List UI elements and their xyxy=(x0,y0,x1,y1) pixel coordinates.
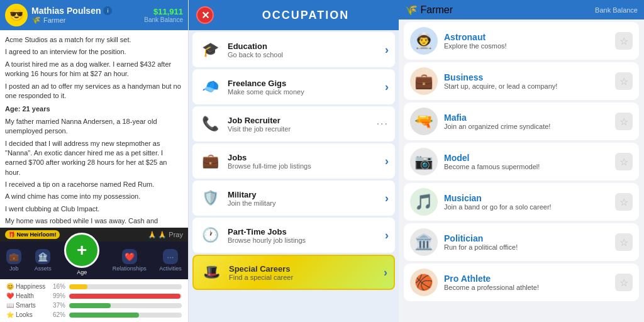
military-title: Military xyxy=(228,190,379,199)
occ-jobs[interactable]: 💼 Jobs Browse full-time job listings › xyxy=(192,143,395,179)
model-sub: Become a famous supermodel! xyxy=(444,163,609,170)
nav-activities-label: Activities xyxy=(159,265,182,272)
pray-button[interactable]: 🙏 🙏 Pray xyxy=(148,231,183,239)
activities-icon: ··· xyxy=(163,249,178,264)
politician-sub: Run for a political office! xyxy=(444,243,609,251)
age-heading: Age: 21 years xyxy=(5,104,183,114)
pro-athlete-title: Pro Athlete xyxy=(444,274,609,284)
bottom-nav: 💼 Job 🏦 Assets + Age ❤️ Relationships ··… xyxy=(0,242,188,279)
military-icon: 🛡️ xyxy=(199,187,221,209)
right-farmer-label: 🌾 Farmer xyxy=(405,4,453,16)
close-icon: ✕ xyxy=(201,9,209,21)
pray-icon: 🙏 xyxy=(148,231,157,239)
education-icon: 🎓 xyxy=(199,38,221,61)
looks-icon: ⭐ xyxy=(6,311,14,318)
recruiter-dots: ··· xyxy=(377,118,389,130)
jobs-sub: Browse full-time job listings xyxy=(228,162,379,170)
mafia-sub: Join an organized crime syndicate! xyxy=(444,123,609,130)
business-title: Business xyxy=(444,72,609,82)
astronaut-icon: 👨‍🚀 xyxy=(410,27,438,55)
special-title: Special Careers xyxy=(229,264,377,274)
career-model[interactable]: 📷 Model Become a famous supermodel! ☆ xyxy=(404,143,639,180)
parttime-title: Part-Time Jobs xyxy=(228,227,379,236)
parttime-arrow: › xyxy=(385,229,389,242)
assets-icon: 🏦 xyxy=(35,249,50,264)
military-sub: Join the military xyxy=(228,199,379,207)
freelance-icon: 🧢 xyxy=(199,75,221,98)
right-panel: 🌾 Farmer Bank Balance 👨‍🚀 Astronaut Expl… xyxy=(399,0,644,322)
nav-assets[interactable]: 🏦 Assets xyxy=(35,249,52,272)
politician-icon: 🏛️ xyxy=(410,228,438,256)
smarts-icon: 📖 xyxy=(6,302,14,309)
education-sub: Go back to school xyxy=(228,51,379,58)
occ-freelance[interactable]: 🧢 Freelance Gigs Make some quick money › xyxy=(192,69,395,104)
occ-special[interactable]: 🎩 Special Careers Find a special career … xyxy=(192,255,395,290)
model-star[interactable]: ☆ xyxy=(615,153,633,170)
stat-looks: ⭐ Looks 62% xyxy=(6,311,182,318)
jobs-title: Jobs xyxy=(228,153,379,162)
occ-parttime[interactable]: 🕐 Part-Time Jobs Browse hourly job listi… xyxy=(192,218,395,253)
recruiter-icon: 📞 xyxy=(199,113,221,135)
mafia-star[interactable]: ☆ xyxy=(615,113,633,130)
occ-military[interactable]: 🛡️ Military Join the military › xyxy=(192,180,395,216)
occ-education[interactable]: 🎓 Education Go back to school › xyxy=(192,32,395,67)
nav-relationships[interactable]: ❤️ Relationships xyxy=(113,249,147,272)
freelance-arrow: › xyxy=(385,80,389,94)
musician-star[interactable]: ☆ xyxy=(615,193,633,211)
stat-health: ❤️ Health 99% xyxy=(6,292,182,299)
character-name: Mathias Poulsen xyxy=(31,6,101,16)
special-sub: Find a special career xyxy=(229,274,377,281)
balance-amount: $11,911 xyxy=(144,7,183,16)
freelance-sub: Make some quick money xyxy=(228,88,379,96)
astronaut-star[interactable]: ☆ xyxy=(615,32,633,50)
character-header: 😎 Mathias Poulsen i 🌾 Farmer $11,911 Ban… xyxy=(0,0,188,30)
business-star[interactable]: ☆ xyxy=(615,72,633,90)
age-button[interactable]: + xyxy=(64,233,99,268)
business-icon: 💼 xyxy=(410,67,438,95)
military-arrow: › xyxy=(385,192,389,205)
pro-athlete-sub: Become a professional athlete! xyxy=(444,284,609,291)
close-button[interactable]: ✕ xyxy=(196,6,214,24)
stat-happiness: 😊 Happiness 16% xyxy=(6,283,182,290)
career-business[interactable]: 💼 Business Start up, acquire, or lead a … xyxy=(404,62,639,100)
nav-activities[interactable]: ··· Activities xyxy=(159,249,182,272)
musician-title: Musician xyxy=(444,193,609,203)
mafia-title: Mafia xyxy=(444,113,609,123)
pro-athlete-star[interactable]: ☆ xyxy=(615,274,633,291)
health-icon: ❤️ xyxy=(6,292,14,299)
occupation-title: OCCUPATION xyxy=(220,9,391,22)
career-astronaut[interactable]: 👨‍🚀 Astronaut Explore the cosmos! ☆ xyxy=(404,22,639,60)
education-arrow: › xyxy=(385,43,389,57)
musician-sub: Join a band or go for a solo career! xyxy=(444,203,609,211)
left-panel: 😎 Mathias Poulsen i 🌾 Farmer $11,911 Ban… xyxy=(0,0,189,322)
nav-relationships-label: Relationships xyxy=(113,265,147,272)
farmer-icon: 🌾 xyxy=(31,16,41,25)
career-list: 👨‍🚀 Astronaut Explore the cosmos! ☆ 💼 Bu… xyxy=(399,19,644,322)
nav-job[interactable]: 💼 Job xyxy=(6,249,21,272)
avatar: 😎 xyxy=(5,4,28,26)
career-pro-athlete[interactable]: 🏀 Pro Athlete Become a professional athl… xyxy=(404,264,639,301)
career-politician[interactable]: 🏛️ Politician Run for a political office… xyxy=(404,223,639,261)
education-title: Education xyxy=(228,42,379,51)
happiness-bar xyxy=(69,284,87,289)
astronaut-title: Astronaut xyxy=(444,32,609,42)
relationships-icon: ❤️ xyxy=(122,249,137,264)
mafia-icon: 🔫 xyxy=(410,108,438,135)
special-icon: 🎩 xyxy=(200,261,223,284)
story-text: Acme Studios as a match for my skill set… xyxy=(0,30,188,228)
parttime-icon: 🕐 xyxy=(199,224,221,247)
nav-age-center[interactable]: + Age xyxy=(64,245,99,275)
occupation-panel: ✕ OCCUPATION 🎓 Education Go back to scho… xyxy=(189,0,399,322)
health-bar xyxy=(69,294,180,299)
politician-star[interactable]: ☆ xyxy=(615,233,633,251)
occupation-list: 🎓 Education Go back to school › 🧢 Freela… xyxy=(189,30,399,322)
info-icon[interactable]: i xyxy=(103,6,112,15)
career-musician[interactable]: 🎵 Musician Join a band or go for a solo … xyxy=(404,183,639,221)
job-icon: 💼 xyxy=(6,249,21,264)
business-sub: Start up, acquire, or lead a company! xyxy=(444,82,609,90)
jobs-icon: 💼 xyxy=(199,150,221,172)
right-balance-label: Bank Balance xyxy=(595,6,638,14)
recruiter-sub: Visit the job recruiter xyxy=(228,125,370,133)
career-mafia[interactable]: 🔫 Mafia Join an organized crime syndicat… xyxy=(404,103,639,140)
occ-recruiter[interactable]: 📞 Job Recruiter Visit the job recruiter … xyxy=(192,106,395,142)
